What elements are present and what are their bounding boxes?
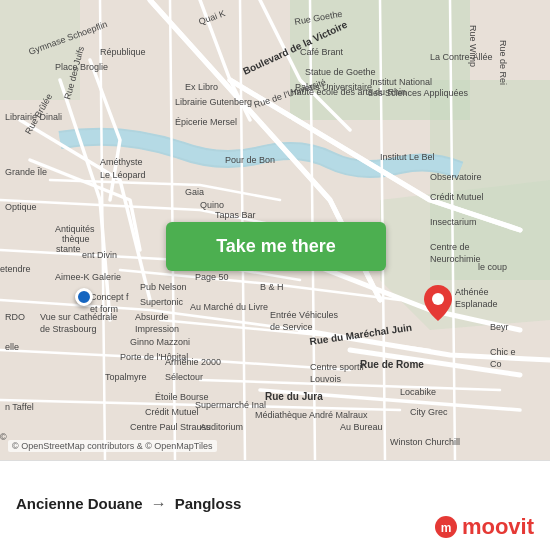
svg-text:Au Bureau: Au Bureau: [340, 422, 383, 432]
svg-text:Ginno Mazzoni: Ginno Mazzoni: [130, 337, 190, 347]
svg-text:elle: elle: [5, 342, 19, 352]
svg-text:Supertonic: Supertonic: [140, 297, 184, 307]
svg-text:etendre: etendre: [0, 264, 31, 274]
svg-text:Médiathèque André Malraux: Médiathèque André Malraux: [255, 410, 368, 420]
svg-text:Statue de Goethe: Statue de Goethe: [305, 67, 376, 77]
svg-text:Crédit Mutuel: Crédit Mutuel: [430, 192, 484, 202]
svg-text:Librairie Gutenberg: Librairie Gutenberg: [175, 97, 252, 107]
svg-text:Antiquités: Antiquités: [55, 224, 95, 234]
svg-text:Le Léopard: Le Léopard: [100, 170, 146, 180]
copyright-text: © OpenStreetMap contributors & © OpenMap…: [12, 441, 213, 451]
svg-text:Au Marché du Livre: Au Marché du Livre: [190, 302, 268, 312]
svg-text:Institut Le Bel: Institut Le Bel: [380, 152, 435, 162]
take-me-there-button[interactable]: Take me there: [166, 222, 386, 271]
svg-text:n Taffel: n Taffel: [5, 402, 34, 412]
svg-text:Louvois: Louvois: [310, 374, 342, 384]
svg-text:Athénée: Athénée: [455, 287, 489, 297]
svg-text:Rue de Rome: Rue de Rome: [360, 359, 424, 370]
svg-text:Neurochimie: Neurochimie: [430, 254, 481, 264]
svg-text:RDO: RDO: [5, 312, 25, 322]
svg-text:©: ©: [0, 432, 7, 442]
origin-label: Ancienne Douane: [16, 495, 143, 512]
svg-text:Sélectour: Sélectour: [165, 372, 203, 382]
route-row: Ancienne Douane → Pangloss: [16, 495, 534, 513]
moovit-text: moovit: [462, 514, 534, 540]
svg-text:Place Broglie: Place Broglie: [55, 62, 108, 72]
svg-text:Beyr: Beyr: [490, 322, 509, 332]
svg-text:République: République: [100, 47, 146, 57]
svg-text:Arménie 2000: Arménie 2000: [165, 357, 221, 367]
moovit-logo: m moovit: [434, 514, 534, 540]
svg-text:Café Brant: Café Brant: [300, 47, 344, 57]
svg-text:Concept f: Concept f: [90, 292, 129, 302]
svg-text:City Grec: City Grec: [410, 407, 448, 417]
svg-text:Palais Universitaire: Palais Universitaire: [295, 82, 372, 92]
destination-label: Pangloss: [175, 495, 242, 512]
svg-text:Tapas Bar: Tapas Bar: [215, 210, 256, 220]
svg-text:Gaia: Gaia: [185, 187, 204, 197]
svg-text:Locabike: Locabike: [400, 387, 436, 397]
svg-text:Aimee-K Galerie: Aimee-K Galerie: [55, 272, 121, 282]
svg-text:Rue de Rei: Rue de Rei: [498, 40, 508, 85]
moovit-icon: m: [434, 515, 458, 539]
svg-text:Supermarché Inal: Supermarché Inal: [195, 400, 266, 410]
svg-text:de Strasbourg: de Strasbourg: [40, 324, 97, 334]
origin-marker: [75, 288, 93, 306]
svg-text:Améthyste: Améthyste: [100, 157, 143, 167]
svg-text:Quino: Quino: [200, 200, 224, 210]
svg-text:Observatoire: Observatoire: [430, 172, 482, 182]
svg-text:Grande Île: Grande Île: [5, 167, 47, 177]
destination-marker: [424, 285, 452, 321]
svg-text:Chic e: Chic e: [490, 347, 516, 357]
svg-text:Institut National: Institut National: [370, 77, 432, 87]
svg-text:Centre Paul Strauss: Centre Paul Strauss: [130, 422, 211, 432]
svg-text:Winston Churchill: Winston Churchill: [390, 437, 460, 447]
svg-text:Co: Co: [490, 359, 502, 369]
svg-text:et form: et form: [90, 304, 118, 314]
svg-text:Optique: Optique: [5, 202, 37, 212]
button-label: Take me there: [216, 236, 336, 257]
svg-text:Esplanade: Esplanade: [455, 299, 498, 309]
svg-text:ent Divin: ent Divin: [82, 250, 117, 260]
svg-text:Absurde: Absurde: [135, 312, 169, 322]
svg-text:Centre sportif: Centre sportif: [310, 362, 365, 372]
svg-text:Impression: Impression: [135, 324, 179, 334]
svg-text:le coup: le coup: [478, 262, 507, 272]
svg-text:Topalmyre: Topalmyre: [105, 372, 147, 382]
svg-text:stante: stante: [56, 244, 81, 254]
svg-text:Entrée Véhicules: Entrée Véhicules: [270, 310, 339, 320]
bottom-bar: Ancienne Douane → Pangloss m moovit: [0, 460, 550, 550]
svg-text:thèque: thèque: [62, 234, 90, 244]
svg-text:Épicerie Mersel: Épicerie Mersel: [175, 117, 237, 127]
svg-point-92: [432, 293, 444, 305]
svg-text:Insectarium: Insectarium: [430, 217, 477, 227]
svg-text:La Contre-Allée: La Contre-Allée: [430, 52, 493, 62]
arrow-icon: →: [151, 495, 167, 513]
svg-text:Pour de Bon: Pour de Bon: [225, 155, 275, 165]
svg-text:Pub Nelson: Pub Nelson: [140, 282, 187, 292]
svg-text:des Sciences Appliquées: des Sciences Appliquées: [368, 88, 469, 98]
svg-text:Centre de: Centre de: [430, 242, 470, 252]
map-container[interactable]: Gymnase Schoepflin Librairie Dinali Gran…: [0, 0, 550, 460]
svg-text:m: m: [441, 521, 452, 535]
svg-text:B & H: B & H: [260, 282, 284, 292]
svg-text:de Service: de Service: [270, 322, 313, 332]
svg-text:Rue du Jura: Rue du Jura: [265, 391, 323, 402]
svg-text:Ex Libro: Ex Libro: [185, 82, 218, 92]
svg-text:Page 50: Page 50: [195, 272, 229, 282]
svg-text:Rue Wimp: Rue Wimp: [468, 25, 478, 67]
svg-text:Crédit Mutuel: Crédit Mutuel: [145, 407, 199, 417]
map-copyright: © OpenStreetMap contributors & © OpenMap…: [8, 440, 217, 452]
